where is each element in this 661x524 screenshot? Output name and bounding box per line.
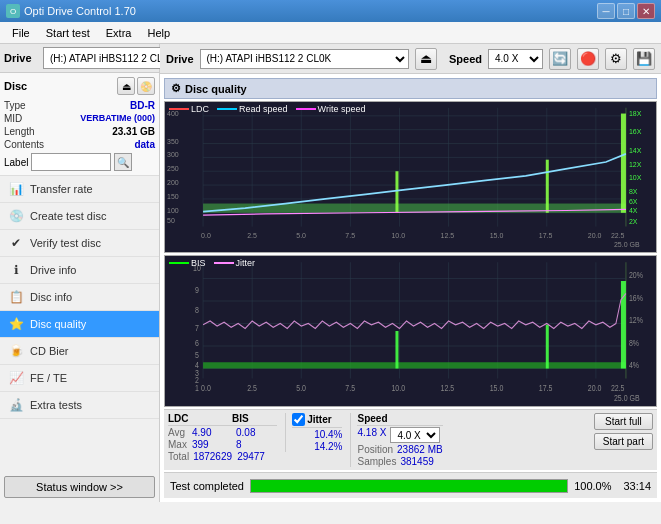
stats-bar: LDC BIS Avg 4.90 0.08 Max 399 8 Total bbox=[164, 409, 657, 470]
sidebar-label-verify-test-disc: Verify test disc bbox=[30, 237, 101, 249]
toolbar-drive-select[interactable]: (H:) ATAPI iHBS112 2 CL0K bbox=[200, 49, 409, 69]
speed-refresh-icon[interactable]: 🔄 bbox=[549, 48, 571, 70]
disc-title: Disc bbox=[4, 80, 27, 92]
svg-text:300: 300 bbox=[167, 150, 179, 160]
stats-speed: Speed 4.18 X 4.0 X Position 23862 MB Sam… bbox=[350, 413, 442, 467]
title-bar: O Opti Drive Control 1.70 ─ □ ✕ bbox=[0, 0, 661, 22]
speed-select[interactable]: 4.0 X bbox=[488, 49, 543, 69]
svg-text:12X: 12X bbox=[629, 159, 641, 169]
svg-text:12.5: 12.5 bbox=[441, 383, 455, 393]
svg-text:6: 6 bbox=[195, 338, 199, 348]
svg-text:200: 200 bbox=[167, 178, 179, 188]
start-part-button[interactable]: Start part bbox=[594, 433, 653, 450]
total-ldc: 1872629 bbox=[193, 451, 233, 462]
sidebar-item-disc-info[interactable]: 📋 Disc info bbox=[0, 284, 159, 311]
sidebar-item-fe-te[interactable]: 📈 FE / TE bbox=[0, 365, 159, 392]
speed-limit-select[interactable]: 4.0 X bbox=[390, 427, 440, 443]
max-label: Max bbox=[168, 439, 188, 450]
toolbar-drive-label: Drive bbox=[166, 53, 194, 65]
minimize-button[interactable]: ─ bbox=[597, 3, 615, 19]
menu-file[interactable]: File bbox=[4, 25, 38, 41]
svg-text:0.0: 0.0 bbox=[201, 383, 211, 393]
read-speed-legend: Read speed bbox=[239, 104, 288, 114]
jitter-col-header: Jitter bbox=[307, 414, 331, 425]
sidebar-label-disc-quality: Disc quality bbox=[30, 318, 86, 330]
sidebar-item-create-test-disc[interactable]: 💿 Create test disc bbox=[0, 203, 159, 230]
sidebar-item-extra-tests[interactable]: 🔬 Extra tests bbox=[0, 392, 159, 419]
type-value: BD-R bbox=[130, 100, 155, 111]
svg-text:1: 1 bbox=[195, 383, 199, 393]
mid-value: VERBATIMe (000) bbox=[80, 113, 155, 124]
svg-text:5.0: 5.0 bbox=[296, 383, 306, 393]
chart2-container: BIS Jitter bbox=[164, 255, 657, 407]
panel-title-bar: ⚙ Disc quality bbox=[164, 78, 657, 99]
length-value: 23.31 GB bbox=[112, 126, 155, 137]
menu-start-test[interactable]: Start test bbox=[38, 25, 98, 41]
svg-text:22.5: 22.5 bbox=[611, 231, 625, 241]
close-button[interactable]: ✕ bbox=[637, 3, 655, 19]
avg-label2 bbox=[292, 429, 312, 440]
svg-rect-67 bbox=[203, 362, 626, 368]
svg-text:15.0: 15.0 bbox=[490, 383, 504, 393]
disc-eject-icon[interactable]: ⏏ bbox=[117, 77, 135, 95]
sidebar-item-cd-bier[interactable]: 🍺 CD Bier bbox=[0, 338, 159, 365]
position-label: Position bbox=[357, 444, 393, 455]
sidebar-item-verify-test-disc[interactable]: ✔ Verify test disc bbox=[0, 230, 159, 257]
chart1-svg: 400 350 300 250 200 150 100 50 18X 16X 1… bbox=[165, 102, 656, 252]
svg-text:8X: 8X bbox=[629, 187, 638, 197]
main-area: Drive (H:) ATAPI iHBS112 2 CL0K ⏏ Speed … bbox=[160, 44, 661, 502]
svg-text:15.0: 15.0 bbox=[490, 231, 504, 241]
menu-extra[interactable]: Extra bbox=[98, 25, 140, 41]
svg-text:6X: 6X bbox=[629, 196, 638, 206]
svg-text:150: 150 bbox=[167, 191, 179, 201]
settings-icon[interactable]: ⚙ bbox=[605, 48, 627, 70]
contents-value: data bbox=[134, 139, 155, 150]
svg-text:10.0: 10.0 bbox=[391, 383, 405, 393]
svg-text:20.0: 20.0 bbox=[588, 231, 602, 241]
fe-te-icon: 📈 bbox=[8, 370, 24, 386]
label-browse-button[interactable]: 🔍 bbox=[114, 153, 132, 171]
status-window-button[interactable]: Status window >> bbox=[4, 476, 155, 498]
progress-bar bbox=[250, 479, 568, 493]
jitter-legend: Jitter bbox=[236, 258, 256, 268]
drive-toolbar: Drive (H:) ATAPI iHBS112 2 CL0K ⏏ Speed … bbox=[160, 44, 661, 74]
drive-section: Drive (H:) ATAPI iHBS112 2 CL0K bbox=[0, 44, 159, 73]
sidebar-label-drive-info: Drive info bbox=[30, 264, 76, 276]
label-input[interactable] bbox=[31, 153, 111, 171]
sidebar-item-transfer-rate[interactable]: 📊 Transfer rate bbox=[0, 176, 159, 203]
col-ldc-header: LDC bbox=[168, 413, 228, 424]
eject-button[interactable]: ⏏ bbox=[415, 48, 437, 70]
sidebar-label-transfer-rate: Transfer rate bbox=[30, 183, 93, 195]
jitter-checkbox[interactable] bbox=[292, 413, 305, 426]
svg-text:10X: 10X bbox=[629, 173, 641, 183]
bottom-bar: Test completed 100.0% 33:14 bbox=[164, 472, 657, 498]
start-full-button[interactable]: Start full bbox=[594, 413, 653, 430]
max-jitter: 14.2% bbox=[314, 441, 342, 452]
burn-icon[interactable]: 🔴 bbox=[577, 48, 599, 70]
progress-text: 100.0% bbox=[574, 480, 611, 492]
menu-help[interactable]: Help bbox=[139, 25, 178, 41]
sidebar-item-drive-info[interactable]: ℹ Drive info bbox=[0, 257, 159, 284]
svg-text:7.5: 7.5 bbox=[345, 231, 355, 241]
save-icon[interactable]: 💾 bbox=[633, 48, 655, 70]
main-content: Drive (H:) ATAPI iHBS112 2 CL0K Disc ⏏ 📀… bbox=[0, 44, 661, 502]
svg-text:4%: 4% bbox=[629, 361, 639, 371]
disc-load-icon[interactable]: 📀 bbox=[137, 77, 155, 95]
max-label2 bbox=[292, 441, 312, 452]
action-buttons: Start full Start part bbox=[594, 413, 653, 450]
svg-text:12%: 12% bbox=[629, 316, 643, 326]
disc-info-icon: 📋 bbox=[8, 289, 24, 305]
svg-text:350: 350 bbox=[167, 136, 179, 146]
max-bis: 8 bbox=[236, 439, 276, 450]
quality-panel: ⚙ Disc quality LDC Read speed bbox=[160, 74, 661, 502]
svg-rect-0 bbox=[165, 102, 656, 252]
label-label: Label bbox=[4, 157, 28, 168]
col-bis-header: BIS bbox=[232, 413, 272, 424]
maximize-button[interactable]: □ bbox=[617, 3, 635, 19]
svg-text:7.5: 7.5 bbox=[345, 383, 355, 393]
sidebar-menu: 📊 Transfer rate 💿 Create test disc ✔ Ver… bbox=[0, 176, 159, 472]
svg-text:2.5: 2.5 bbox=[247, 383, 257, 393]
bis-legend: BIS bbox=[191, 258, 206, 268]
speed-label: Speed bbox=[449, 53, 482, 65]
sidebar-item-disc-quality[interactable]: ⭐ Disc quality bbox=[0, 311, 159, 338]
